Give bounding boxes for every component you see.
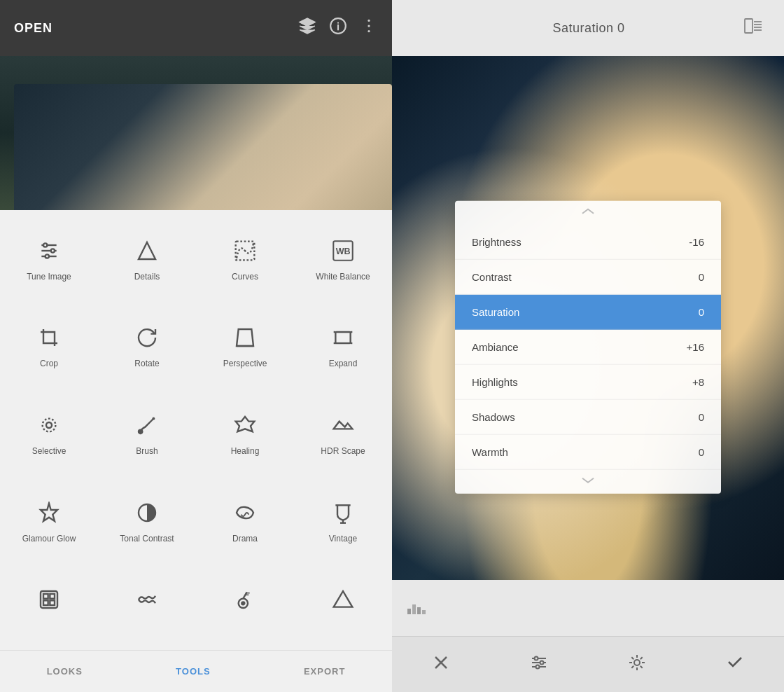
shadows-row[interactable]: Shadows 0: [455, 400, 721, 435]
crop-label: Crop: [40, 359, 58, 370]
tool-white-balance[interactable]: WB White Balance: [294, 217, 392, 305]
tool-frame[interactable]: [294, 567, 392, 643]
glamour-icon: [38, 501, 60, 528]
tool-tune-image[interactable]: Tune Image: [0, 217, 98, 305]
open-button[interactable]: OPEN: [14, 21, 52, 36]
hdr-scape-label: HDR Scape: [321, 446, 365, 457]
tool-glamour-glow[interactable]: Glamour Glow: [0, 479, 98, 567]
brush-icon: [136, 414, 158, 441]
tool-tonal-contrast[interactable]: Tonal Contrast: [98, 479, 196, 567]
tool-selective[interactable]: Selective: [0, 392, 98, 479]
layers-icon[interactable]: [298, 17, 316, 39]
moustache-icon: [136, 588, 158, 615]
svg-point-5: [368, 30, 370, 32]
tool-perspective[interactable]: Perspective: [196, 305, 294, 392]
histogram-icon[interactable]: [406, 596, 431, 620]
warmth-value: 0: [699, 446, 704, 458]
tool-vintage[interactable]: Vintage: [294, 479, 392, 567]
tune-icon: [38, 240, 60, 266]
svg-point-11: [46, 254, 49, 258]
nav-looks[interactable]: LOOKS: [33, 659, 97, 684]
svg-marker-26: [236, 417, 255, 431]
warmth-row[interactable]: Warmth 0: [455, 435, 721, 470]
contrast-name: Contrast: [472, 271, 512, 283]
svg-point-3: [368, 20, 370, 22]
shadows-value: 0: [699, 411, 704, 423]
tool-healing[interactable]: Healing: [196, 392, 294, 479]
saturation-name: Saturation: [472, 306, 519, 318]
saturation-row[interactable]: Saturation 0: [455, 295, 721, 330]
tonal-icon: [136, 501, 158, 528]
perspective-label: Perspective: [223, 359, 267, 370]
svg-point-10: [51, 249, 55, 252]
tune-image-label: Tune Image: [27, 272, 71, 283]
tool-guitar[interactable]: [196, 567, 294, 643]
ambiance-row[interactable]: Ambiance +16: [455, 330, 721, 365]
tool-looks1[interactable]: [0, 567, 98, 643]
svg-marker-27: [41, 503, 57, 520]
tool-crop[interactable]: Crop: [0, 305, 98, 392]
compare-icon[interactable]: [743, 16, 763, 40]
image-area: Brightness -16 Contrast 0 Saturation 0 A…: [392, 56, 784, 580]
svg-point-22: [46, 422, 52, 428]
brightness-name: Brightness: [472, 236, 522, 248]
expand-label: Expand: [329, 359, 358, 370]
looks1-icon: [38, 588, 60, 615]
wb-icon: WB: [332, 240, 354, 266]
details-icon: [136, 240, 158, 266]
highlights-row[interactable]: Highlights +8: [455, 365, 721, 400]
svg-point-25: [139, 430, 142, 434]
ambiance-value: +16: [687, 341, 704, 353]
ambiance-name: Ambiance: [472, 341, 519, 353]
adjustment-overlay: Brightness -16 Contrast 0 Saturation 0 A…: [455, 201, 721, 494]
tool-brush[interactable]: Brush: [98, 392, 196, 479]
info-icon[interactable]: [329, 17, 347, 39]
tool-drama[interactable]: Drama: [196, 479, 294, 567]
selective-icon: [38, 414, 60, 441]
confirm-button[interactable]: [711, 645, 759, 684]
svg-rect-53: [422, 610, 426, 614]
scroll-up-indicator[interactable]: [455, 201, 721, 225]
svg-rect-51: [412, 604, 416, 614]
saturation-value: 0: [699, 306, 704, 318]
nav-export[interactable]: EXPORT: [290, 659, 359, 684]
rotate-label: Rotate: [134, 359, 159, 370]
expand-icon: [332, 326, 354, 353]
rotate-icon: [136, 326, 158, 353]
left-panel: OPEN: [0, 0, 392, 692]
selective-label: Selective: [32, 446, 66, 457]
svg-text:WB: WB: [336, 246, 351, 256]
svg-line-67: [640, 665, 643, 667]
svg-line-69: [631, 665, 634, 667]
tonal-contrast-label: Tonal Contrast: [120, 534, 174, 545]
cancel-button[interactable]: [417, 646, 465, 684]
contrast-row[interactable]: Contrast 0: [455, 260, 721, 295]
frame-icon: [332, 588, 354, 615]
svg-point-61: [536, 665, 540, 668]
bottom-nav: LOOKS TOOLS EXPORT: [0, 650, 392, 692]
tool-rotate[interactable]: Rotate: [98, 305, 196, 392]
more-icon[interactable]: [360, 17, 378, 39]
right-header: Saturation 0: [392, 0, 784, 56]
svg-point-43: [241, 602, 244, 605]
perspective-icon: [234, 326, 256, 353]
svg-line-66: [631, 657, 634, 659]
nav-tools[interactable]: TOOLS: [162, 659, 225, 684]
auto-button[interactable]: [613, 646, 661, 684]
tool-hdr-scape[interactable]: HDR Scape: [294, 392, 392, 479]
tool-curves[interactable]: Curves: [196, 217, 294, 305]
scroll-down-indicator[interactable]: [455, 470, 721, 494]
svg-point-23: [43, 419, 56, 432]
tool-expand[interactable]: Expand: [294, 305, 392, 392]
brightness-row[interactable]: Brightness -16: [455, 225, 721, 260]
curves-label: Curves: [232, 272, 258, 283]
preview-image: [14, 84, 392, 210]
svg-rect-37: [43, 601, 48, 606]
image-preview: [0, 56, 392, 210]
warmth-name: Warmth: [472, 446, 508, 458]
tool-details[interactable]: Details: [98, 217, 196, 305]
tool-moustache[interactable]: [98, 567, 196, 643]
svg-point-4: [368, 25, 370, 27]
shadows-name: Shadows: [472, 411, 515, 423]
sliders-button[interactable]: [515, 646, 563, 684]
